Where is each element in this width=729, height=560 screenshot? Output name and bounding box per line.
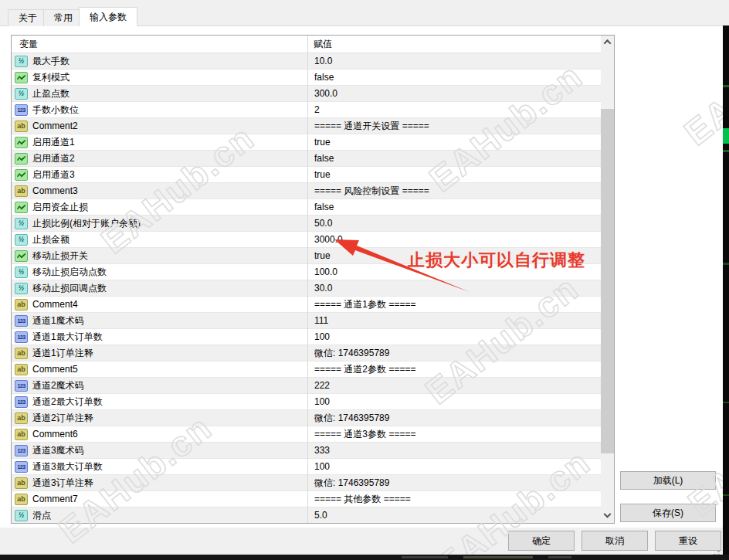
integer-type-icon: 123: [15, 380, 28, 392]
string-type-icon: ab: [15, 299, 28, 311]
param-value[interactable]: true: [308, 167, 601, 182]
chevron-up-icon: [604, 39, 612, 47]
param-value[interactable]: 微信: 1746395789: [308, 345, 601, 361]
param-name: 止损比例(相对于账户余额): [32, 217, 141, 230]
tab-about[interactable]: 关于: [8, 9, 48, 26]
table-row[interactable]: 123 通道2最大订单数 100: [12, 394, 601, 410]
param-value[interactable]: true: [308, 248, 601, 263]
param-name: 通道1订单注释: [32, 347, 93, 360]
param-value[interactable]: ===== 通道1参数 =====: [308, 297, 601, 312]
param-value[interactable]: ===== 其他参数 =====: [308, 491, 601, 507]
param-name: 通道3魔术码: [32, 444, 84, 457]
table-row[interactable]: ½ 止盈点数 300.0: [12, 86, 601, 102]
param-value[interactable]: ===== 通道开关设置 =====: [308, 118, 601, 134]
scroll-up-button[interactable]: [601, 36, 614, 49]
table-row[interactable]: ½ 止损比例(相对于账户余额) 50.0: [12, 216, 601, 232]
param-value[interactable]: ===== 通道3参数 =====: [308, 426, 601, 442]
table-row[interactable]: ab Comment4 ===== 通道1参数 =====: [12, 297, 601, 313]
table-row[interactable]: ½ 移动止损启动点数 100.0: [12, 264, 601, 280]
table-row[interactable]: 123 通道3魔术码 333: [12, 443, 601, 459]
table-row[interactable]: 移动止损开关 true: [12, 248, 601, 264]
integer-type-icon: 123: [15, 315, 28, 327]
param-value[interactable]: 100: [308, 394, 601, 409]
table-row[interactable]: 启用通道1 true: [12, 134, 601, 151]
save-button[interactable]: 保存(S): [620, 504, 716, 522]
param-value[interactable]: 100.0: [308, 264, 601, 280]
param-value[interactable]: false: [308, 199, 601, 215]
param-name: Comment3: [32, 185, 78, 196]
param-name: 复利模式: [32, 71, 70, 84]
param-value[interactable]: 微信: 1746395789: [308, 410, 601, 426]
param-value[interactable]: true: [308, 134, 601, 150]
param-name: 滑点: [32, 509, 51, 522]
param-name: 通道2魔术码: [32, 379, 84, 392]
load-button[interactable]: 加载(L): [620, 471, 716, 490]
string-type-icon: ab: [15, 364, 28, 375]
table-row[interactable]: 启用通道3 true: [12, 167, 601, 183]
table-row[interactable]: ½ 滑点 5.0: [12, 507, 601, 523]
param-value[interactable]: 50.0: [308, 216, 601, 231]
param-name: 最大手数: [32, 55, 70, 68]
param-value[interactable]: false: [308, 151, 601, 166]
ok-button[interactable]: 确定: [508, 531, 575, 551]
param-value[interactable]: 100: [308, 329, 601, 344]
taskbar-mark: [463, 556, 533, 558]
table-row[interactable]: 123 通道1魔术码 111: [12, 313, 601, 329]
table-row[interactable]: ab Comment5 ===== 通道2参数 =====: [12, 361, 601, 378]
param-value[interactable]: ===== 通道2参数 =====: [308, 361, 601, 377]
param-value[interactable]: false: [308, 70, 601, 85]
param-value[interactable]: 100: [308, 459, 601, 474]
param-value[interactable]: 300.0: [308, 86, 601, 101]
table-row[interactable]: ab 通道1订单注释 微信: 1746395789: [12, 345, 601, 361]
table-row[interactable]: ½ 移动止损回调点数 30.0: [12, 280, 601, 297]
param-value[interactable]: 30.0: [308, 280, 601, 296]
table-row[interactable]: 123 手数小数位 2: [12, 102, 601, 118]
background-taskbar-strip: [0, 555, 729, 560]
param-value[interactable]: 111: [308, 313, 601, 328]
column-header-variable: 变量: [19, 36, 38, 53]
table-row[interactable]: ½ 最大手数 10.0: [12, 53, 601, 70]
tab-common[interactable]: 常用: [43, 9, 83, 26]
table-row[interactable]: ab Comment3 ===== 风险控制设置 =====: [12, 183, 601, 199]
param-name: Comment2: [32, 120, 78, 131]
param-value[interactable]: 333: [308, 443, 601, 458]
scroll-down-button[interactable]: [601, 510, 614, 523]
table-row[interactable]: 123 通道1最大订单数 100: [12, 329, 601, 345]
bool-type-icon: [15, 202, 28, 213]
double-type-icon: ½: [15, 234, 28, 246]
param-value[interactable]: 微信: 1746395789: [308, 475, 601, 490]
table-row[interactable]: ab 通道2订单注释 微信: 1746395789: [12, 410, 601, 426]
cancel-button[interactable]: 取消: [582, 531, 648, 551]
double-type-icon: ½: [15, 283, 28, 294]
chart-mark: [723, 263, 729, 265]
background-chart-strip: [723, 25, 729, 560]
table-row[interactable]: ab Comment7 ===== 其他参数 =====: [12, 491, 601, 507]
table-row[interactable]: ab Comment2 ===== 通道开关设置 =====: [12, 118, 601, 134]
table-row[interactable]: ab Comment6 ===== 通道3参数 =====: [12, 426, 601, 443]
table-row[interactable]: 123 通道2魔术码 222: [12, 378, 601, 394]
param-value[interactable]: 10.0: [308, 53, 601, 69]
tab-inputs[interactable]: 输入参数: [79, 7, 137, 26]
param-value[interactable]: 2: [308, 102, 601, 117]
dialog-footer: 确定 取消 重设: [0, 528, 723, 555]
chart-mark: [723, 85, 729, 87]
param-rows: ½ 最大手数 10.0 复利模式 false ½ 止盈点数 300.0 123 …: [12, 53, 601, 523]
scrollbar-thumb[interactable]: [601, 109, 614, 453]
table-row[interactable]: 启用资金止损 false: [12, 199, 601, 216]
table-row[interactable]: 启用通道2 false: [12, 151, 601, 167]
vertical-scrollbar[interactable]: [601, 36, 614, 523]
bool-type-icon: [15, 72, 28, 83]
param-value[interactable]: 5.0: [308, 507, 601, 523]
param-name: 移动止损启动点数: [32, 266, 107, 279]
table-row[interactable]: ab 通道3订单注释 微信: 1746395789: [12, 475, 601, 491]
table-row[interactable]: 复利模式 false: [12, 70, 601, 86]
param-value[interactable]: ===== 风险控制设置 =====: [308, 183, 601, 199]
table-row[interactable]: ½ 止损金额 3000.0: [12, 232, 601, 248]
column-header-value: 赋值: [314, 36, 332, 53]
table-row[interactable]: 123 通道3最大订单数 100: [12, 459, 601, 475]
param-value[interactable]: 3000.0: [308, 232, 601, 247]
string-type-icon: ab: [15, 494, 28, 505]
param-name: 移动止损回调点数: [32, 282, 107, 295]
reset-button[interactable]: 重设: [655, 531, 721, 551]
param-value[interactable]: 222: [308, 378, 601, 393]
